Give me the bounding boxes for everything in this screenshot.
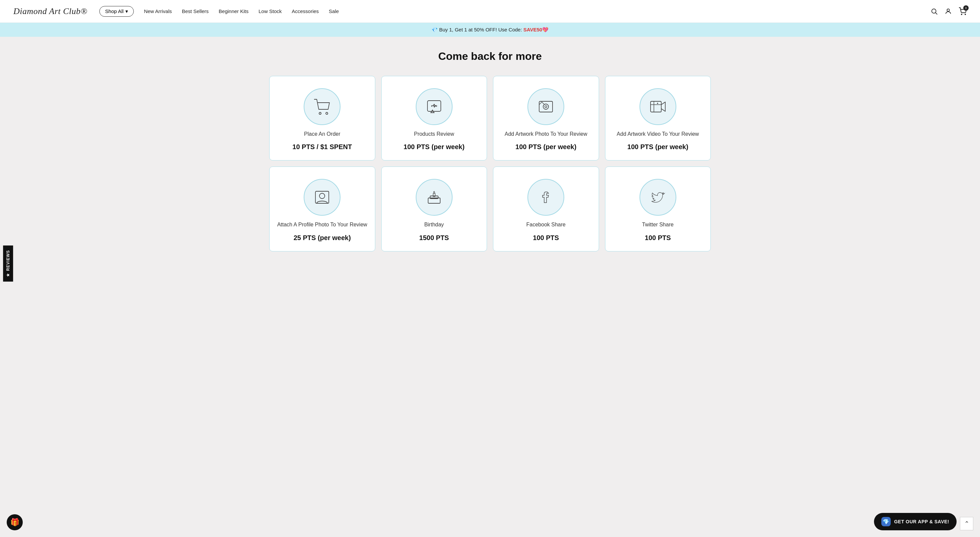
card-place-order[interactable]: Place An Order 10 PTS / $1 SPENT	[269, 76, 375, 160]
svg-point-0	[932, 9, 936, 13]
search-button[interactable]	[931, 8, 938, 15]
card-pts: 100 PTS	[645, 234, 671, 242]
review-icon	[425, 98, 443, 115]
card-products-review[interactable]: Products Review 100 PTS (per week)	[381, 76, 487, 160]
card-artwork-photo[interactable]: Add Artwork Photo To Your Review 100 PTS…	[493, 76, 599, 160]
shop-all-button[interactable]: Shop All ▾	[99, 6, 134, 17]
card-profile-photo[interactable]: Attach A Profile Photo To Your Review 25…	[269, 167, 375, 251]
card-label: Birthday	[424, 221, 444, 228]
promo-text: 💎 Buy 1, Get 1 at 50% OFF! Use Code:	[431, 27, 523, 32]
facebook-icon-wrap	[527, 179, 564, 216]
artwork-video-icon-wrap	[640, 88, 676, 125]
main-content: Come back for more Place An Order 10 PTS…	[0, 37, 980, 272]
card-pts: 100 PTS (per week)	[627, 143, 688, 151]
card-label: Facebook Share	[527, 221, 566, 228]
cart-badge: 0	[963, 5, 969, 11]
card-pts: 25 PTS (per week)	[294, 234, 351, 242]
profile-icon	[313, 189, 331, 206]
card-facebook-share[interactable]: Facebook Share 100 PTS	[493, 167, 599, 251]
nav-link-sale[interactable]: Sale	[329, 8, 339, 14]
card-label: Add Artwork Photo To Your Review	[505, 130, 587, 138]
svg-line-1	[935, 13, 937, 14]
card-label: Attach A Profile Photo To Your Review	[277, 221, 367, 228]
card-label: Add Artwork Video To Your Review	[617, 130, 699, 138]
nav-link-low-stock[interactable]: Low Stock	[259, 8, 282, 14]
nav-link-beginner-kits[interactable]: Beginner Kits	[219, 8, 248, 14]
star-icon: ★	[6, 273, 10, 277]
nav-link-accessories[interactable]: Accessories	[292, 8, 319, 14]
cards-grid: Place An Order 10 PTS / $1 SPENT Product…	[269, 76, 711, 251]
gift-icon: 🎁	[10, 518, 19, 527]
facebook-icon	[537, 189, 555, 206]
svg-point-2	[947, 9, 949, 11]
page-title: Come back for more	[20, 50, 960, 62]
nav-link-new-arrivals[interactable]: New Arrivals	[144, 8, 172, 14]
card-artwork-video[interactable]: Add Artwork Video To Your Review 100 PTS…	[605, 76, 711, 160]
reviews-tab-label: REVIEWS	[6, 250, 10, 271]
nav-link-best-sellers[interactable]: Best Sellers	[182, 8, 209, 14]
card-label: Place An Order	[304, 130, 340, 138]
app-icon: 💎	[881, 517, 891, 526]
card-label: Products Review	[414, 130, 454, 138]
navigation: Diamond Art Club® Shop All ▾ New Arrival…	[0, 0, 980, 23]
card-twitter-share[interactable]: Twitter Share 100 PTS	[605, 167, 711, 251]
card-pts: 1500 PTS	[419, 234, 449, 242]
svg-point-6	[326, 112, 328, 114]
app-cta-label: GET OUR APP & SAVE!	[894, 519, 949, 524]
artwork-photo-icon-wrap	[527, 88, 564, 125]
svg-point-4	[965, 14, 966, 15]
birthday-icon	[425, 189, 443, 206]
logo[interactable]: Diamond Art Club®	[13, 6, 87, 16]
video-icon	[649, 98, 667, 115]
card-pts: 100 PTS (per week)	[515, 143, 576, 151]
account-button[interactable]	[945, 8, 952, 15]
profile-photo-icon-wrap	[304, 179, 340, 216]
account-icon	[945, 8, 952, 15]
chevron-down-icon: ▾	[126, 8, 128, 14]
promo-banner: 💎 Buy 1, Get 1 at 50% OFF! Use Code: SAV…	[0, 23, 980, 37]
svg-point-5	[319, 112, 321, 114]
scroll-top-button[interactable]: ⌃	[960, 517, 973, 530]
svg-point-17	[320, 193, 325, 199]
card-label: Twitter Share	[642, 221, 674, 228]
app-cta-button[interactable]: 💎 GET OUR APP & SAVE!	[874, 513, 956, 530]
nav-icons: 0	[931, 7, 967, 15]
card-pts: 100 PTS	[533, 234, 559, 242]
search-icon	[931, 8, 938, 15]
promo-emoji: 💖	[542, 27, 549, 32]
cart-button[interactable]: 0	[959, 7, 967, 15]
card-pts: 100 PTS (per week)	[404, 143, 465, 151]
gift-button[interactable]: 🎁	[7, 514, 23, 530]
card-birthday[interactable]: Birthday 1500 PTS	[381, 167, 487, 251]
products-review-icon-wrap	[416, 88, 453, 125]
twitter-icon	[649, 189, 667, 206]
svg-point-3	[961, 14, 962, 15]
chevron-up-icon: ⌃	[964, 520, 969, 527]
svg-rect-11	[651, 101, 661, 112]
svg-point-9	[543, 104, 549, 109]
promo-code: SAVE50	[523, 27, 542, 32]
nav-links: Shop All ▾ New Arrivals Best Sellers Beg…	[99, 6, 931, 17]
card-pts: 10 PTS / $1 SPENT	[292, 143, 352, 151]
birthday-icon-wrap	[416, 179, 453, 216]
twitter-icon-wrap	[640, 179, 676, 216]
photo-icon	[537, 98, 555, 115]
place-order-icon-wrap	[304, 88, 340, 125]
svg-point-10	[545, 106, 547, 108]
cart-icon	[313, 98, 331, 115]
svg-rect-7	[428, 101, 441, 111]
reviews-tab[interactable]: ★ REVIEWS	[3, 245, 13, 281]
